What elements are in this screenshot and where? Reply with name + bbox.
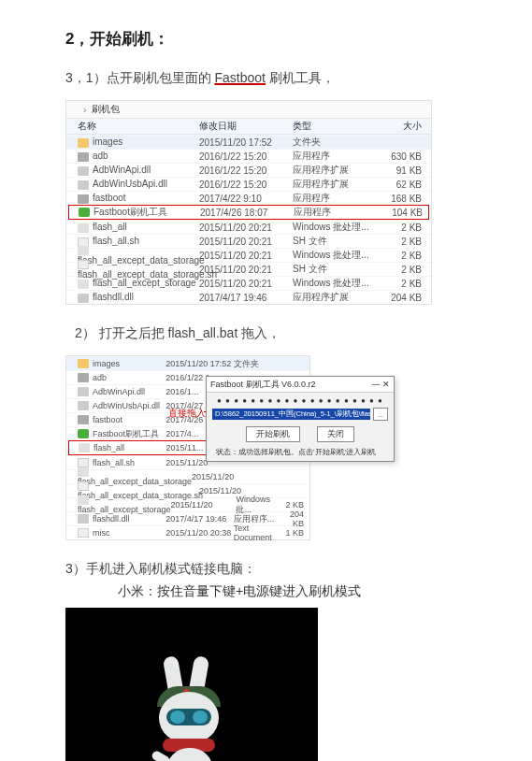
bat-icon (78, 223, 89, 233)
minimize-button[interactable]: — (371, 380, 380, 389)
fastboot-dialog: Fastboot 刷机工具 V6.0.0.r2 — ✕ ● ● ● ● ● ● … (206, 376, 395, 462)
sh-icon (78, 481, 89, 491)
dll-icon (78, 294, 89, 303)
dialog-close-button[interactable]: 关闭 (317, 426, 354, 442)
dll-icon (78, 514, 89, 524)
fastboot-link: Fastboot (214, 70, 265, 85)
file-row[interactable]: Fastboot刷机工具2017/4/26 18:07应用程序104 KB (68, 205, 429, 220)
folder-icon (78, 359, 89, 368)
bat-icon (78, 495, 89, 505)
fastboot-photo: ★ FASTBOOT (65, 608, 318, 761)
breadcrumb-folder[interactable]: 刷机包 (92, 103, 120, 116)
dialog-title: Fastboot 刷机工具 V6.0.0.r2 (210, 379, 316, 391)
close-button[interactable]: ✕ (382, 380, 390, 389)
file-row[interactable]: flash_all_except_data_storage.sh2015/11/… (66, 262, 431, 276)
exe-icon (78, 194, 89, 204)
file-row[interactable]: flash_all_except_storage2015/11/20 20:21… (66, 276, 431, 290)
file-row[interactable]: images2015/11/20 17:52文件夹 (66, 135, 431, 149)
file-row[interactable]: flashdll.dll2017/4/17 19:46应用程序扩展204 KB (66, 290, 431, 304)
dll-icon (78, 166, 89, 176)
exe-icon (78, 415, 89, 424)
drag-annotation: 直接拖入 (168, 407, 206, 420)
green-icon (79, 208, 90, 217)
bat-icon (79, 443, 90, 452)
bat-icon (78, 246, 89, 255)
dll-icon (78, 387, 89, 396)
green-icon (78, 429, 89, 438)
column-headers: 名称 修改日期 类型 大小 (66, 119, 431, 135)
file-row[interactable]: images2015/11/20 17:52文件夹 (66, 356, 309, 370)
path-input[interactable]: D:\5862_20150911_中国(China)_5-1_\刷机包\flas… (212, 409, 370, 420)
file-row[interactable]: AdbWinApi.dll2016/1/22 15:20应用程序扩展91 KB (66, 163, 431, 177)
browse-button[interactable]: ... (373, 408, 388, 421)
step-1-text: 3，1）点开刷机包里面的 Fastboot 刷机工具， (65, 70, 510, 87)
bat-icon (78, 280, 89, 289)
sh-icon (78, 528, 89, 538)
start-flash-button[interactable]: 开始刷机 (246, 426, 300, 442)
file-row[interactable]: flash_all2015/11/20 20:21Windows 批处理...2… (66, 220, 431, 234)
dll-icon (78, 401, 89, 410)
exe-icon (78, 152, 89, 162)
file-explorer-1: › 刷机包 名称 修改日期 类型 大小 images2015/11/20 17:… (65, 100, 432, 305)
step-2-text: 2） 打开之后把 flash_all.bat 拖入， (75, 325, 510, 342)
sh-icon (78, 260, 89, 269)
step-3-text: 3）手机进入刷机模式链接电脑： (65, 561, 510, 578)
file-row[interactable]: fastboot2017/4/22 9:10应用程序168 KB (66, 191, 431, 205)
xiaomi-instruction: 小米：按住音量下键+电源键进入刷机模式 (118, 583, 510, 600)
dll-icon (78, 180, 89, 190)
file-row[interactable]: adb2016/1/22 15:20应用程序630 KB (66, 149, 431, 163)
bat-icon (78, 467, 89, 477)
file-row[interactable]: AdbWinUsbApi.dll2016/1/22 15:20应用程序扩展62 … (66, 177, 431, 191)
dialog-status: 状态：成功选择刷机包。点击'开始刷机'进入刷机 (212, 446, 388, 457)
file-row[interactable]: misc2015/11/20 20:38Text Document1 KB (66, 525, 309, 539)
file-row[interactable]: flash_all_except_storage2015/11/20Window… (66, 497, 309, 511)
section-heading: 2，开始刷机： (65, 28, 510, 50)
exe-icon (78, 373, 89, 382)
folder-icon (78, 138, 89, 148)
breadcrumb[interactable]: › 刷机包 (66, 101, 431, 119)
progress-dots: ● ● ● ● ● ● ● ● ● ● ● ● ● ● ● ● ● ● ● ● (212, 396, 388, 405)
